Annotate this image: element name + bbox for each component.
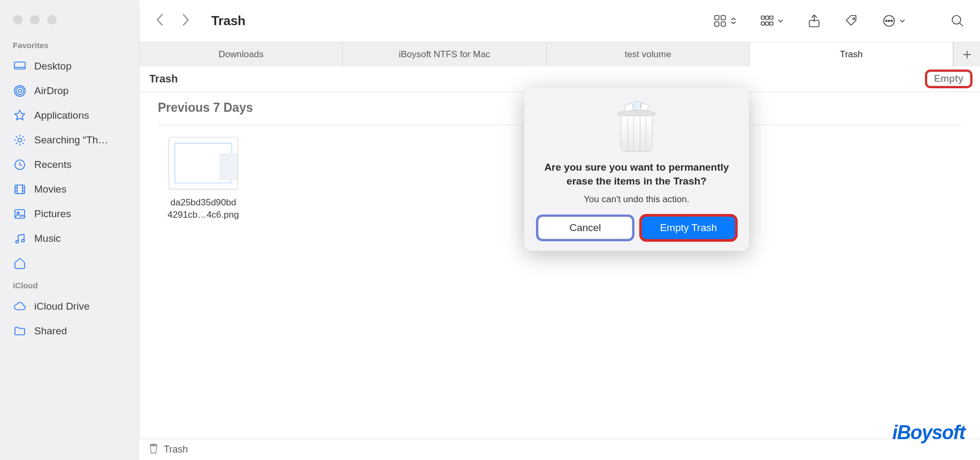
svg-rect-18	[761, 22, 764, 25]
sidebar-section-favorites: Favorites	[0, 35, 139, 54]
svg-point-1	[18, 89, 21, 93]
share-button[interactable]	[807, 13, 822, 28]
new-tab-button[interactable]	[953, 42, 980, 66]
shared-folder-icon	[13, 324, 27, 338]
sidebar-item-home[interactable]	[0, 251, 139, 275]
close-window-button[interactable]	[13, 15, 22, 25]
tab-test-volume[interactable]: test volume	[547, 42, 750, 66]
svg-rect-15	[761, 16, 764, 19]
path-bar: Trash	[139, 439, 980, 460]
sidebar-item-searching[interactable]: Searching “Th…	[0, 128, 139, 152]
sidebar-item-label: Movies	[34, 183, 66, 195]
sidebar-item-icloud-drive[interactable]: iCloud Drive	[0, 294, 139, 319]
view-mode-button[interactable]	[713, 13, 737, 28]
file-item[interactable]: da25bd35d90bd 4291cb…4c6.png	[158, 125, 249, 221]
dialog-title: Are you sure you want to permanently era…	[538, 160, 735, 188]
watermark: iBoysoft	[892, 421, 965, 444]
svg-point-9	[16, 241, 19, 243]
svg-rect-0	[14, 62, 25, 69]
cloud-icon	[13, 300, 27, 313]
minimize-window-button[interactable]	[30, 15, 40, 25]
window-controls	[0, 7, 139, 35]
tab-trash[interactable]: Trash	[750, 42, 953, 66]
cancel-button[interactable]: Cancel	[538, 217, 632, 239]
svg-rect-14	[721, 22, 725, 26]
sidebar-item-label: Searching “Th…	[34, 134, 108, 146]
window-title: Trash	[211, 13, 246, 28]
path-label: Trash	[164, 444, 188, 455]
svg-rect-7	[15, 210, 25, 218]
sidebar-item-label: Applications	[34, 110, 89, 121]
svg-point-10	[22, 240, 25, 242]
svg-point-22	[853, 18, 855, 20]
sidebar-item-movies[interactable]: Movies	[0, 177, 139, 202]
sidebar-item-recents[interactable]: Recents	[0, 152, 139, 177]
svg-point-25	[889, 20, 890, 22]
pictures-icon	[13, 207, 27, 221]
svg-point-24	[886, 20, 887, 22]
svg-rect-19	[765, 22, 769, 25]
sidebar-item-airdrop[interactable]: AirDrop	[0, 79, 139, 103]
location-title: Trash	[149, 73, 178, 85]
empty-trash-confirm-button[interactable]: Empty Trash	[642, 217, 735, 239]
group-by-button[interactable]	[760, 13, 784, 28]
svg-rect-6	[15, 185, 25, 194]
sidebar-item-label: Recents	[34, 159, 72, 171]
tab-iboysoft[interactable]: iBoysoft NTFS for Mac	[343, 42, 546, 66]
sidebar-item-label: Music	[34, 233, 61, 244]
svg-rect-12	[721, 16, 725, 20]
trash-icon	[149, 442, 158, 457]
svg-point-26	[891, 20, 893, 22]
trash-full-icon	[616, 103, 657, 152]
empty-trash-button[interactable]: Empty	[927, 72, 970, 86]
dialog-message: You can't undo this action.	[538, 194, 735, 205]
tags-button[interactable]	[844, 13, 859, 28]
more-actions-button[interactable]	[882, 13, 906, 28]
sidebar-item-label: Shared	[34, 325, 67, 337]
back-button[interactable]	[155, 12, 165, 29]
svg-point-27	[952, 16, 961, 24]
movies-icon	[13, 182, 27, 196]
sidebar-item-label: iCloud Drive	[34, 301, 89, 312]
airdrop-icon	[13, 84, 27, 98]
sidebar-section-icloud: iCloud	[0, 275, 139, 294]
svg-rect-16	[765, 16, 769, 19]
clock-icon	[13, 158, 27, 172]
zoom-window-button[interactable]	[47, 15, 57, 25]
sidebar-item-pictures[interactable]: Pictures	[0, 202, 139, 226]
gear-icon	[13, 133, 27, 147]
tab-bar: Downloads iBoysoft NTFS for Mac test vol…	[140, 42, 980, 66]
sidebar-item-applications[interactable]: Applications	[0, 103, 139, 128]
sidebar-item-label: Desktop	[34, 60, 72, 72]
sidebar-item-label: Pictures	[34, 208, 71, 220]
forward-button[interactable]	[180, 12, 191, 29]
toolbar: Trash	[140, 0, 980, 42]
svg-point-2	[16, 87, 24, 95]
sidebar-item-label: AirDrop	[34, 85, 68, 97]
file-name: da25bd35d90bd 4291cb…4c6.png	[158, 197, 249, 221]
file-thumbnail	[169, 137, 238, 189]
search-button[interactable]	[950, 13, 965, 28]
sidebar-item-shared[interactable]: Shared	[0, 319, 139, 343]
svg-rect-20	[770, 22, 773, 25]
applications-icon	[13, 109, 27, 122]
tab-downloads[interactable]: Downloads	[140, 42, 343, 66]
sidebar-item-desktop[interactable]: Desktop	[0, 54, 139, 79]
home-icon	[13, 256, 27, 270]
svg-rect-17	[770, 16, 773, 19]
confirm-dialog: Are you sure you want to permanently era…	[524, 88, 749, 251]
sidebar: Favorites Desktop AirDrop Applications S…	[0, 0, 139, 460]
desktop-icon	[13, 59, 27, 73]
svg-point-4	[18, 139, 22, 142]
svg-rect-13	[715, 22, 719, 26]
music-icon	[13, 232, 27, 246]
sidebar-item-music[interactable]: Music	[0, 226, 139, 251]
svg-rect-11	[715, 16, 719, 20]
